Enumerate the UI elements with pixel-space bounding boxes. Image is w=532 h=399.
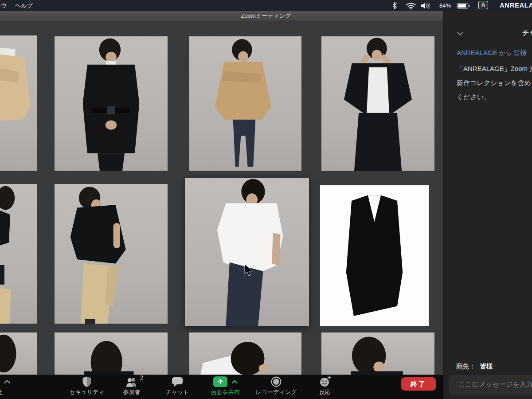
chat-input-placeholder: ここにメッセージを入力し [458,380,532,389]
participants-button[interactable]: 2 参加者 [110,376,154,396]
chat-panel-title: チャ [522,29,532,37]
chevron-down-icon[interactable] [457,30,464,38]
share-screen-icon [213,376,227,387]
lookbook-photo [0,184,37,324]
screen-share-view [0,21,443,375]
wifi-icon[interactable] [406,2,416,12]
lookbook-photo-vest [320,185,429,326]
security-label: セキュリティ [65,388,109,396]
chat-label: チャット [155,388,200,396]
share-screen-label: 画面を共有 [200,388,251,396]
chat-recipient-name[interactable]: 皆様 [513,49,527,56]
chat-recipient-selector[interactable]: 宛先：皆様 [456,362,493,371]
end-meeting-button[interactable]: 終了 [401,377,436,391]
chevron-up-icon[interactable] [0,376,18,388]
macos-menu-bar: ウ ヘルプ 84% A ANREALA [0,0,532,11]
share-options-chevron-icon[interactable] [231,378,238,386]
lookbook-photo [0,332,37,375]
chat-message-line: 新作コレクションを含め、 [457,76,532,90]
participants-label: 参加者 [110,388,154,396]
mouse-cursor [244,264,253,278]
chat-button[interactable]: チャット [155,376,200,396]
chat-panel: チャ ANREALAGEから皆様 「ANREALAGE」Zoom 接 新作コレク… [443,11,532,399]
battery-icon[interactable] [457,3,470,11]
record-icon [250,376,303,388]
chat-message-sender-line: ANREALAGEから皆様 [457,49,527,57]
lookbook-photo [189,332,301,375]
chat-message-line: 「ANREALAGE」Zoom 接 [457,62,532,76]
stop-video-button-partial[interactable]: 止 [0,376,18,396]
lookbook-photo [55,36,168,171]
chat-from-connector: から [497,49,514,56]
participants-icon: 2 [110,376,154,388]
lookbook-photo [55,332,168,375]
chat-message-line: ください。 [457,90,532,104]
chat-message-input[interactable]: ここにメッセージを入力し [449,375,532,395]
chat-to-label: 宛先： [456,363,480,370]
chat-message-body: 「ANREALAGE」Zoom 接 新作コレクションを含め、 ください。 [457,62,532,104]
lookbook-photo [189,36,301,171]
window-title: Zoomミーティング [0,11,443,20]
lookbook-photo [321,36,434,171]
zoom-toolbar: 止 セキュリティ 2 参加者 チャ [0,375,443,399]
reactions-button[interactable]: 反応 [303,376,347,396]
lookbook-photo [55,184,168,324]
shield-icon [65,376,109,388]
chat-bubble-icon [155,376,200,388]
chat-sender-name[interactable]: ANREALAGE [457,49,497,56]
menu-app-name: ANREALA [500,1,532,9]
bluetooth-icon[interactable] [392,2,397,11]
recording-button[interactable]: レコーディング [250,376,303,396]
stop-video-label-partial: 止 [0,388,18,396]
participants-count-badge: 2 [140,375,143,381]
input-source-icon[interactable]: A [478,1,488,9]
window-title-bar: Zoomミーティング [0,11,443,21]
share-screen-button[interactable]: 画面を共有 [200,376,251,396]
menu-help[interactable]: ヘルプ [15,2,33,10]
menu-window-partial[interactable]: ウ [1,2,7,10]
lookbook-photo [0,35,37,171]
security-button[interactable]: セキュリティ [65,376,109,396]
lookbook-photo-highlighted [185,178,309,326]
recording-label: レコーディング [250,388,303,396]
lookbook-photo [321,332,434,375]
volume-icon[interactable] [421,2,433,11]
battery-percent: 84% [439,2,451,9]
reactions-label: 反応 [303,388,347,396]
smiley-plus-icon [303,376,347,388]
chat-to-value[interactable]: 皆様 [480,363,493,370]
